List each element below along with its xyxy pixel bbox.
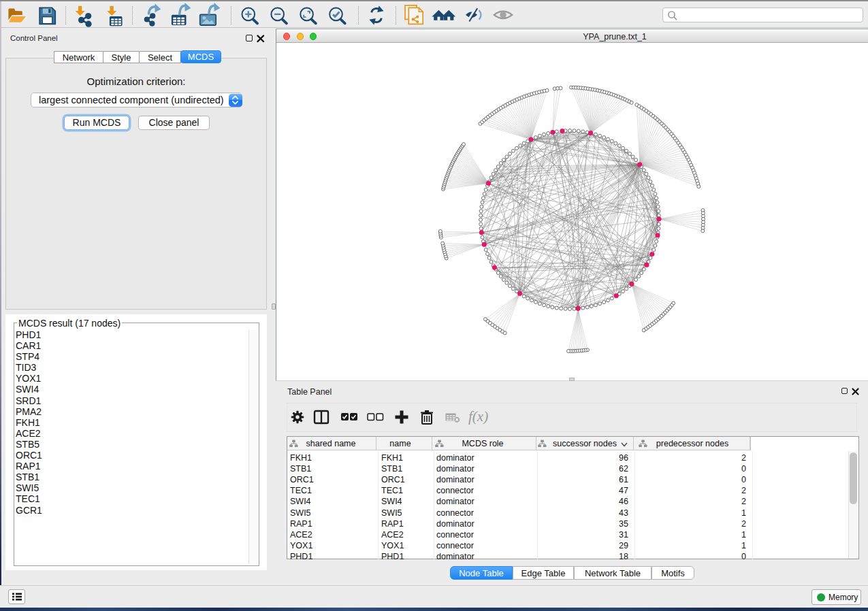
- svg-text:f(x): f(x): [468, 408, 488, 425]
